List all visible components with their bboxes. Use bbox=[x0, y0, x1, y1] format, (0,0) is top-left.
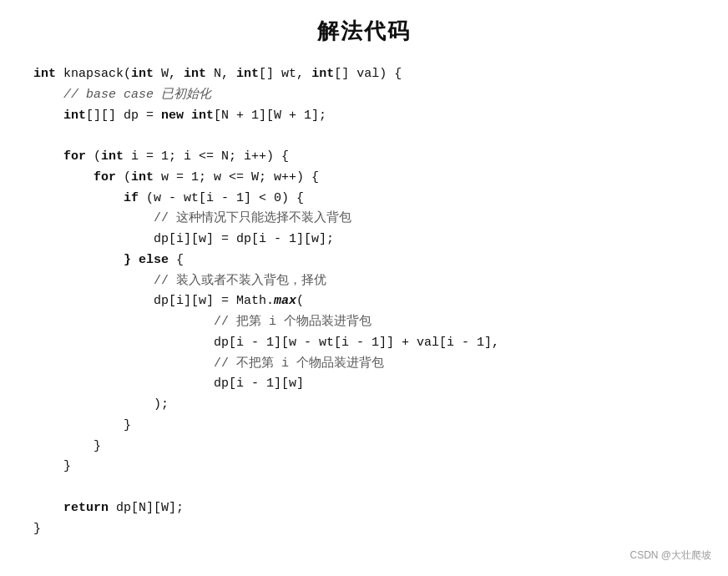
comment: // base case 已初始化 bbox=[63, 88, 211, 102]
code-line-19: } bbox=[33, 437, 703, 457]
code-line-8: // 这种情况下只能选择不装入背包 bbox=[33, 209, 703, 230]
keyword: new bbox=[161, 109, 184, 123]
code-line-14: dp[i - 1][w - wt[i - 1]] + val[i - 1], bbox=[33, 333, 703, 354]
code-line-6: for (int w = 1; w <= W; w++) { bbox=[33, 168, 703, 189]
cn-comment: // 不把第 i 个物品装进背包 bbox=[214, 356, 384, 371]
keyword: int bbox=[63, 109, 86, 123]
page-container: 解法代码 int knapsack(int W, int N, int[] wt… bbox=[0, 0, 728, 576]
code-line-18: } bbox=[33, 416, 703, 437]
keyword: return bbox=[63, 501, 109, 515]
method-italic: max bbox=[274, 294, 296, 308]
code-line-16: dp[i - 1][w] bbox=[33, 374, 703, 395]
keyword: int bbox=[101, 149, 124, 164]
keyword: int bbox=[184, 67, 206, 81]
page-title: 解法代码 bbox=[25, 17, 703, 46]
code-line-22: return dp[N][W]; bbox=[33, 498, 703, 519]
keyword: int bbox=[131, 170, 154, 184]
code-line-13: // 把第 i 个物品装进背包 bbox=[33, 312, 703, 333]
code-line-15: // 不把第 i 个物品装进背包 bbox=[33, 354, 703, 375]
keyword: for bbox=[94, 170, 116, 184]
code-line-10: } else { bbox=[33, 250, 703, 271]
keyword: int bbox=[236, 67, 259, 81]
code-line-11: // 装入或者不装入背包，择优 bbox=[33, 271, 703, 292]
code-line-5: for (int i = 1; i <= N; i++) { bbox=[33, 147, 703, 168]
code-block: int knapsack(int W, int N, int[] wt, int… bbox=[25, 64, 703, 539]
code-line-1: int knapsack(int W, int N, int[] wt, int… bbox=[33, 64, 703, 85]
code-line-12: dp[i][w] = Math.max( bbox=[33, 291, 703, 312]
watermark: CSDN @大壮爬坡 bbox=[629, 548, 711, 563]
cn-comment: // 这种情况下只能选择不装入背包 bbox=[154, 211, 351, 225]
keyword: int bbox=[33, 67, 56, 81]
keyword: for bbox=[63, 149, 86, 164]
code-line-17: ); bbox=[33, 395, 703, 416]
code-line-4 bbox=[33, 126, 703, 147]
keyword: } else bbox=[124, 253, 169, 267]
keyword: int bbox=[131, 67, 154, 81]
code-line-7: if (w - wt[i - 1] < 0) { bbox=[33, 189, 703, 210]
keyword: if bbox=[124, 191, 139, 205]
code-line-9: dp[i][w] = dp[i - 1][w]; bbox=[33, 230, 703, 250]
code-line-3: int[][] dp = new int[N + 1][W + 1]; bbox=[33, 106, 703, 127]
code-line-21 bbox=[33, 477, 703, 498]
keyword: int bbox=[191, 109, 214, 123]
code-line-20: } bbox=[33, 457, 703, 477]
keyword: int bbox=[311, 67, 334, 81]
code-line-2: // base case 已初始化 bbox=[33, 85, 703, 106]
code-line-23: } bbox=[33, 519, 703, 540]
cn-comment: // 把第 i 个物品装进背包 bbox=[214, 315, 372, 329]
cn-comment: // 装入或者不装入背包，择优 bbox=[154, 274, 326, 288]
